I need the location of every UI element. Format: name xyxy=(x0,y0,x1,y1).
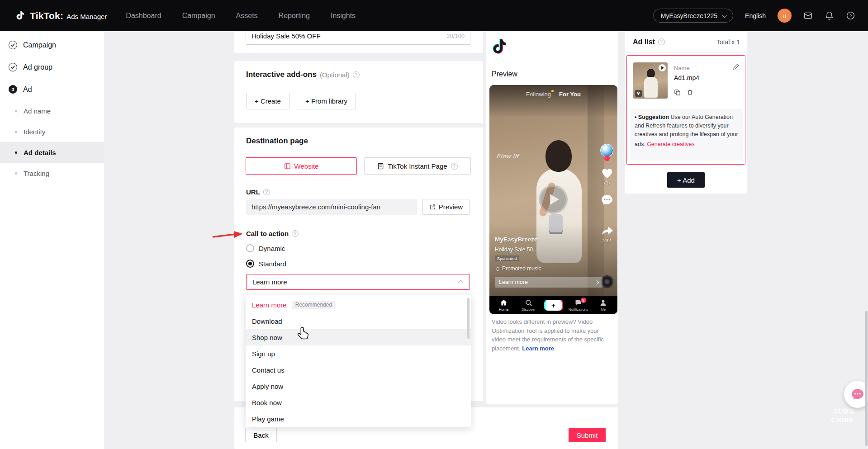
add-ad-button[interactable]: + Add xyxy=(667,172,705,188)
addons-buttons: + Create + From library xyxy=(246,93,356,109)
sidebar-item-ad-details[interactable]: Ad details xyxy=(0,142,104,163)
create-addon-button[interactable]: + Create xyxy=(246,93,289,109)
nav-item-dashboard[interactable]: Dashboard xyxy=(126,12,161,20)
name-label: Name xyxy=(674,65,690,71)
cta-option-learn-more[interactable]: Learn more Recommended xyxy=(246,297,471,313)
cta-select[interactable]: Learn more xyxy=(246,274,470,290)
check-icon xyxy=(9,63,17,71)
destination-tabs: Website TikTok Instant Page xyxy=(234,157,483,175)
back-button[interactable]: Back xyxy=(245,428,277,442)
watermark-line1: SUBS xyxy=(809,407,854,416)
edit-pencil-icon[interactable] xyxy=(733,63,740,70)
ad-list-total: Total x 1 xyxy=(716,38,740,46)
tab-website[interactable]: Website xyxy=(246,157,357,175)
cta-option-shop-now[interactable]: Shop now xyxy=(246,329,471,345)
from-library-button[interactable]: + From library xyxy=(297,93,356,109)
cta-dropdown-menu: Learn more Recommended Download Shop now… xyxy=(246,295,471,427)
nav-notifications: 9 Notifications xyxy=(568,299,589,312)
account-switcher[interactable]: MyEasyBreeze1225 xyxy=(653,9,733,23)
addons-title: Interactive add-ons xyxy=(246,70,317,79)
ad-text-value: Holiday Sale 50% OFF xyxy=(251,32,321,40)
sidebar-step-ad[interactable]: 3 Ad xyxy=(0,78,104,100)
copy-icon[interactable] xyxy=(674,89,681,96)
cta-option-book-now[interactable]: Book now xyxy=(246,394,471,411)
help-circle-icon[interactable] xyxy=(292,230,299,237)
check-icon xyxy=(9,41,17,49)
cta-option-contact-us[interactable]: Contact us xyxy=(246,362,471,378)
url-input[interactable]: https://myeasybreeze.com/mini-cooling-fa… xyxy=(246,199,417,215)
inbox-icon[interactable] xyxy=(803,11,813,20)
nav-item-reporting[interactable]: Reporting xyxy=(279,12,310,20)
url-label-row: URL xyxy=(246,188,270,196)
help-circle-icon[interactable] xyxy=(263,189,270,195)
annotation-arrow xyxy=(212,229,243,242)
option-label: Shop now xyxy=(252,334,282,341)
note-learn-more-link[interactable]: Learn more xyxy=(522,345,554,352)
cta-option-apply-now[interactable]: Apply now xyxy=(246,378,471,394)
sidebar-step-campaign[interactable]: Campaign xyxy=(0,34,104,56)
option-label: Learn more xyxy=(252,301,287,309)
generate-creatives-link[interactable]: Generate creatives xyxy=(647,140,695,149)
nav-item-insights[interactable]: Insights xyxy=(331,12,356,20)
submit-button[interactable]: Submit xyxy=(569,428,606,442)
video-thumbnail[interactable] xyxy=(633,62,668,99)
cta-option-download[interactable]: Download xyxy=(246,313,471,329)
nav-home: Home xyxy=(493,299,514,312)
sidebar-item-ad-name[interactable]: Ad name xyxy=(0,100,104,121)
call-to-action-label: Call to action xyxy=(246,230,289,237)
cursor-pointer-icon xyxy=(297,326,310,343)
logo-wordmark: TikTok: xyxy=(30,10,63,21)
step-label: Campaign xyxy=(23,41,56,49)
substep-label: Ad details xyxy=(24,149,56,156)
bullet-dot-icon xyxy=(15,172,17,175)
ad-file-name: Ad1.mp4 xyxy=(674,74,699,81)
cta-select-value: Learn more xyxy=(252,278,287,286)
sidebar-item-tracking[interactable]: Tracking xyxy=(0,163,104,184)
thumbnail-figure-dress xyxy=(644,77,658,98)
play-badge-icon xyxy=(659,64,666,71)
ad-card-selected[interactable]: Name Ad1.mp4 • Suggestion Use our Auto G… xyxy=(626,55,745,165)
account-name: MyEasyBreeze1225 xyxy=(661,12,717,19)
option-label: Apply now xyxy=(252,383,283,390)
top-navigation-bar: TikTok: Ads Manager Dashboard Campaign A… xyxy=(0,0,868,31)
page-scrollbar[interactable] xyxy=(865,311,868,446)
user-avatar[interactable]: u xyxy=(778,9,792,23)
cta-option-play-game[interactable]: Play game xyxy=(246,411,471,427)
help-circle-icon[interactable] xyxy=(658,38,665,45)
ad-text-card: Holiday Sale 50% OFF 20/100 xyxy=(234,31,483,53)
nav-item-campaign[interactable]: Campaign xyxy=(182,12,215,20)
sidebar-step-adgroup[interactable]: Ad group xyxy=(0,56,104,78)
preview-title: Preview xyxy=(492,70,517,78)
tab-label: Website xyxy=(294,162,319,170)
cta-option-sign-up[interactable]: Sign up xyxy=(246,345,471,362)
sidebar-item-identity[interactable]: Identity xyxy=(0,121,104,142)
delete-trash-icon[interactable] xyxy=(687,89,693,96)
language-selector[interactable]: English xyxy=(745,12,766,19)
notifications-bell-icon[interactable] xyxy=(825,11,834,20)
nav-discover-label: Discover xyxy=(522,307,536,312)
like-count: 71k xyxy=(599,180,615,185)
cta-bar-label: Learn more xyxy=(499,279,528,285)
ad-text-input[interactable]: Holiday Sale 50% OFF 20/100 xyxy=(246,31,470,45)
radio-dynamic[interactable]: Dynamic xyxy=(246,244,285,252)
help-circle-icon[interactable] xyxy=(353,71,360,78)
url-preview-button[interactable]: Preview xyxy=(422,199,470,215)
nav-item-assets[interactable]: Assets xyxy=(236,12,258,20)
tiktok-logo[interactable]: TikTok: Ads Manager xyxy=(15,10,107,21)
dropdown-scrollbar[interactable] xyxy=(467,298,470,339)
svg-text:?: ? xyxy=(849,13,852,18)
substep-label: Ad name xyxy=(24,107,51,115)
help-circle-icon[interactable] xyxy=(451,163,458,170)
wizard-sidebar: Campaign Ad group 3 Ad Ad name Identity … xyxy=(0,31,104,449)
ad-list-title: Ad list xyxy=(633,38,655,46)
nav-notifications-label: Notifications xyxy=(569,307,588,312)
radio-standard[interactable]: Standard xyxy=(246,260,286,268)
promoted-music: ♫ Promoted music xyxy=(495,265,541,272)
profile-avatar xyxy=(600,144,613,157)
help-icon[interactable]: ? xyxy=(846,11,855,20)
character-counter: 20/100 xyxy=(446,33,465,39)
upload-button xyxy=(543,300,564,311)
substep-label: Tracking xyxy=(24,170,49,177)
comment-icon xyxy=(599,194,615,205)
tab-tiktok-instant-page[interactable]: TikTok Instant Page xyxy=(364,157,471,175)
